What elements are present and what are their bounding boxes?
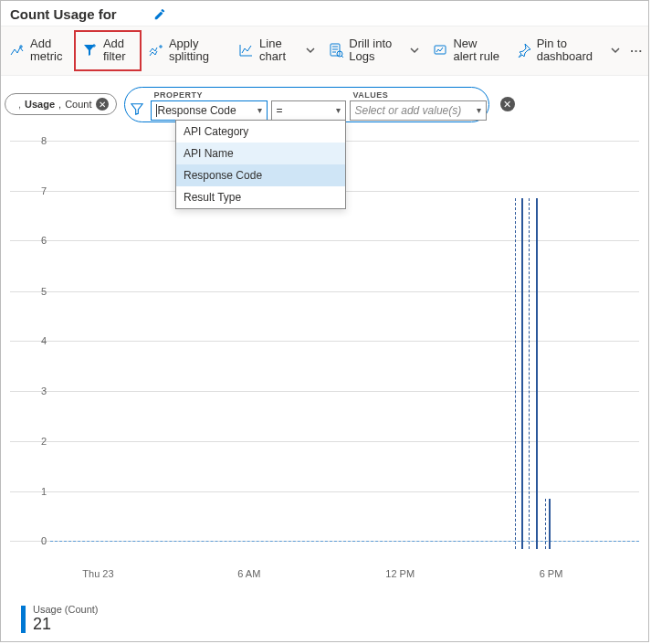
x-tick: 12 PM bbox=[385, 568, 415, 579]
operator-value: = bbox=[277, 104, 283, 117]
chip-agg: Count bbox=[65, 99, 91, 110]
dropdown-option[interactable]: Response Code bbox=[176, 164, 345, 186]
add-metric-button[interactable]: Add metric bbox=[3, 30, 74, 71]
y-tick: 2 bbox=[36, 436, 47, 447]
baseline bbox=[50, 541, 639, 542]
y-tick: 3 bbox=[36, 385, 47, 396]
y-tick: 7 bbox=[36, 185, 47, 196]
series-spike bbox=[536, 198, 538, 549]
edit-icon[interactable] bbox=[153, 8, 166, 21]
add-filter-button[interactable]: Add filter bbox=[74, 30, 142, 71]
x-tick: 6 AM bbox=[237, 568, 260, 579]
page-title: Count Usage for bbox=[10, 6, 117, 22]
line-chart-chevron[interactable] bbox=[299, 30, 321, 71]
dropdown-option[interactable]: API Category bbox=[176, 121, 345, 143]
add-filter-icon bbox=[83, 43, 98, 58]
operator-combo[interactable]: = ▾ bbox=[271, 100, 346, 121]
new-alert-label: New alert rule bbox=[453, 37, 501, 64]
filter-remove-icon[interactable]: ✕ bbox=[500, 97, 515, 111]
y-tick: 0 bbox=[36, 535, 47, 546]
x-tick: Thu 23 bbox=[82, 568, 113, 579]
y-tick: 1 bbox=[36, 486, 47, 497]
legend-value: 21 bbox=[33, 615, 99, 634]
property-dropdown: API Category API Name Response Code Resu… bbox=[175, 120, 346, 209]
dropdown-option[interactable]: API Name bbox=[176, 143, 345, 164]
series-spike bbox=[549, 499, 551, 549]
line-chart-icon bbox=[239, 43, 254, 58]
y-tick: 8 bbox=[36, 135, 47, 146]
pin-chevron[interactable] bbox=[604, 30, 626, 71]
series-spike bbox=[521, 198, 523, 549]
apply-splitting-label: Apply splitting bbox=[169, 37, 217, 64]
y-tick: 5 bbox=[36, 286, 47, 297]
chevron-down-icon: ▾ bbox=[477, 105, 481, 115]
drill-logs-icon bbox=[329, 43, 343, 58]
property-combo[interactable]: Response Code ▾ bbox=[151, 100, 268, 121]
more-button[interactable]: ··· bbox=[626, 30, 646, 71]
values-label: Values bbox=[350, 90, 487, 100]
filter-icon bbox=[127, 102, 147, 121]
property-value: Response Code bbox=[156, 104, 236, 117]
pin-button[interactable]: Pin to dashboard bbox=[509, 30, 605, 71]
pin-icon bbox=[517, 43, 531, 58]
filter-group: Property Response Code ▾ = ▾ Values Sele… bbox=[124, 87, 489, 122]
add-metric-icon bbox=[10, 43, 25, 58]
legend-color-bar bbox=[21, 606, 26, 633]
drill-logs-label: Drill into Logs bbox=[349, 37, 396, 64]
y-tick: 6 bbox=[36, 235, 47, 246]
drill-logs-button[interactable]: Drill into Logs bbox=[321, 30, 404, 71]
chip-metric: Usage bbox=[25, 99, 55, 110]
new-alert-button[interactable]: New alert rule bbox=[425, 30, 509, 71]
add-filter-label: Add filter bbox=[103, 37, 132, 64]
apply-splitting-button[interactable]: Apply splitting bbox=[142, 30, 225, 71]
metric-chip[interactable]: , Usage, Count ✕ bbox=[5, 93, 117, 115]
chevron-down-icon: ▾ bbox=[336, 105, 341, 115]
add-metric-label: Add metric bbox=[30, 37, 67, 64]
y-tick: 4 bbox=[36, 335, 47, 346]
chip-remove-icon[interactable]: ✕ bbox=[96, 98, 109, 111]
values-placeholder: Select or add value(s) bbox=[355, 104, 462, 117]
toolbar: Add metric Add filter Apply splitting Li… bbox=[1, 26, 648, 76]
alert-icon bbox=[433, 43, 447, 58]
line-chart-button[interactable]: Line chart bbox=[232, 30, 299, 71]
svg-rect-2 bbox=[435, 46, 446, 54]
legend: Usage (Count) 21 bbox=[1, 596, 648, 641]
dropdown-option[interactable]: Result Type bbox=[176, 186, 345, 208]
drill-logs-chevron[interactable] bbox=[404, 30, 425, 71]
legend-label: Usage (Count) bbox=[33, 604, 99, 615]
values-combo[interactable]: Select or add value(s) ▾ bbox=[350, 100, 487, 121]
x-tick: 6 PM bbox=[540, 568, 563, 579]
pin-label: Pin to dashboard bbox=[537, 37, 598, 64]
split-icon bbox=[149, 43, 163, 58]
chevron-down-icon: ▾ bbox=[257, 105, 262, 115]
filter-row: , Usage, Count ✕ Property Response Code … bbox=[1, 76, 648, 126]
property-label: Property bbox=[151, 90, 268, 100]
line-chart-label: Line chart bbox=[259, 37, 292, 64]
